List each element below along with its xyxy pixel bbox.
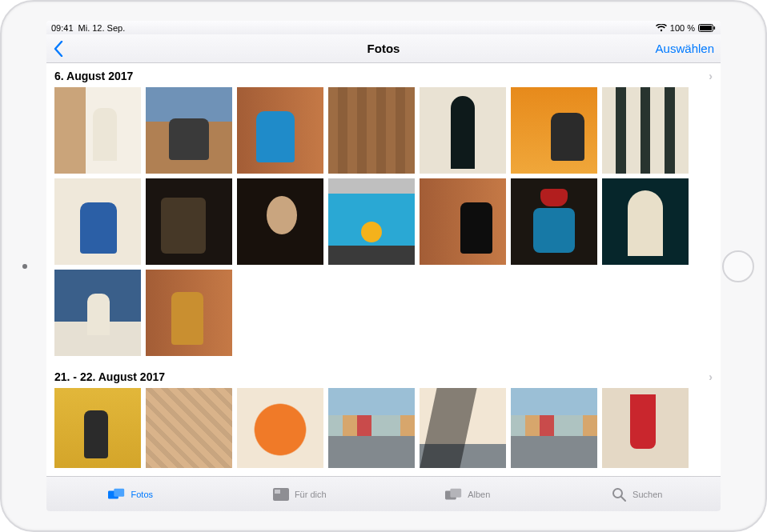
- section-title: 6. August 2017: [54, 70, 133, 82]
- photo-thumbnail[interactable]: [237, 388, 323, 468]
- photo-thumbnail[interactable]: [237, 87, 323, 174]
- photo-thumbnail[interactable]: [328, 178, 415, 265]
- photos-icon: [108, 487, 126, 502]
- photo-thumbnail[interactable]: [511, 178, 597, 265]
- status-date: Mi. 12. Sep.: [78, 23, 126, 33]
- home-button[interactable]: [722, 250, 754, 282]
- photo-grid: [50, 386, 717, 476]
- photo-thumbnail[interactable]: [602, 178, 689, 265]
- for-you-icon: [272, 487, 290, 502]
- photo-thumbnail[interactable]: [54, 87, 141, 174]
- photo-thumbnail[interactable]: [511, 388, 597, 468]
- select-button[interactable]: Auswählen: [656, 42, 714, 55]
- tab-label: Alben: [468, 490, 490, 499]
- photo-thumbnail[interactable]: [602, 388, 689, 468]
- section-header[interactable]: 6. August 2017 ›: [50, 63, 717, 86]
- screen: 09:41 Mi. 12. Sep. 100 % Fotos Auswählen: [46, 21, 721, 511]
- ipad-device-frame: 09:41 Mi. 12. Sep. 100 % Fotos Auswählen: [0, 0, 767, 532]
- navigation-bar: Fotos Auswählen: [46, 34, 721, 63]
- tab-label: Für dich: [295, 490, 327, 499]
- photo-thumbnail[interactable]: [511, 87, 597, 174]
- tab-label: Suchen: [632, 490, 662, 499]
- photos-content: 6. August 2017 ›: [46, 63, 721, 476]
- photo-thumbnail[interactable]: [420, 388, 506, 468]
- photo-thumbnail[interactable]: [54, 388, 141, 468]
- search-icon: [610, 487, 628, 502]
- photo-thumbnail[interactable]: [54, 178, 141, 265]
- photo-thumbnail[interactable]: [328, 388, 415, 468]
- photo-grid: [50, 86, 717, 364]
- status-bar: 09:41 Mi. 12. Sep. 100 %: [46, 21, 721, 34]
- albums-icon: [445, 487, 463, 502]
- wifi-icon: [656, 24, 667, 32]
- photo-thumbnail[interactable]: [420, 178, 506, 265]
- svg-rect-1: [700, 26, 712, 30]
- front-camera-dot: [22, 264, 27, 269]
- tab-search[interactable]: Suchen: [552, 477, 721, 511]
- back-button[interactable]: [53, 41, 64, 57]
- photo-thumbnail[interactable]: [146, 87, 232, 174]
- tab-for-you[interactable]: Für dich: [215, 477, 384, 511]
- tab-bar: Fotos Für dich Alben Suchen: [46, 476, 721, 511]
- photo-thumbnail[interactable]: [146, 388, 232, 468]
- chevron-right-icon: ›: [709, 370, 713, 383]
- tab-albums[interactable]: Alben: [384, 477, 552, 511]
- page-title: Fotos: [46, 42, 721, 55]
- status-time: 09:41: [51, 23, 74, 33]
- photo-thumbnail[interactable]: [328, 87, 415, 174]
- photo-thumbnail[interactable]: [602, 87, 689, 174]
- photo-thumbnail[interactable]: [420, 87, 506, 174]
- status-battery-text: 100 %: [670, 23, 695, 33]
- svg-rect-8: [451, 488, 462, 497]
- svg-rect-2: [714, 26, 716, 30]
- svg-rect-4: [114, 488, 125, 496]
- svg-line-10: [621, 497, 625, 501]
- section-title: 21. - 22. August 2017: [54, 370, 165, 383]
- tab-label: Fotos: [131, 490, 153, 499]
- photo-thumbnail[interactable]: [146, 178, 232, 265]
- photo-thumbnail[interactable]: [54, 270, 141, 356]
- photo-thumbnail[interactable]: [146, 270, 232, 356]
- chevron-right-icon: ›: [709, 70, 713, 82]
- photo-thumbnail[interactable]: [237, 178, 323, 265]
- section-header[interactable]: 21. - 22. August 2017 ›: [50, 364, 717, 386]
- battery-icon: [698, 24, 716, 32]
- tab-photos[interactable]: Fotos: [46, 477, 215, 511]
- svg-rect-6: [275, 490, 280, 494]
